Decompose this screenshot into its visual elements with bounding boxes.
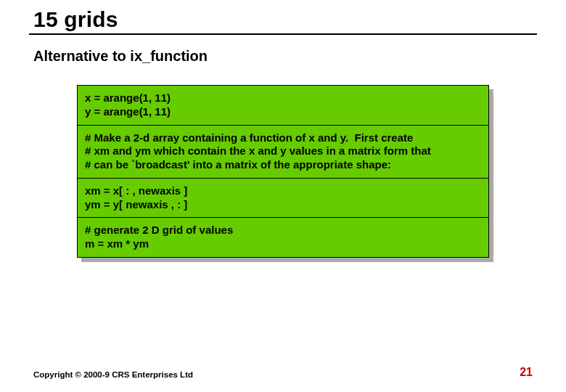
code-line: # can be `broadcast' into a matrix of th…	[85, 158, 481, 172]
footer: Copyright © 2000-9 CRS Enterprises Ltd 2…	[33, 366, 533, 379]
code-section: # generate 2 D grid of values m = xm * y…	[78, 218, 488, 257]
code-line: ym = y[ newaxis , : ]	[85, 198, 481, 212]
page-number: 21	[520, 366, 533, 379]
code-section: xm = x[ : , newaxis ] ym = y[ newaxis , …	[78, 179, 488, 219]
code-line: y = arange(1, 11)	[85, 105, 481, 119]
code-line: xm = x[ : , newaxis ]	[85, 184, 481, 198]
slide-title: 15 grids	[33, 7, 537, 32]
code-section: x = arange(1, 11) y = arange(1, 11)	[78, 86, 488, 126]
slide: 15 grids Alternative to ix_function x = …	[0, 0, 566, 392]
code-line: x = arange(1, 11)	[85, 91, 481, 105]
code-box-body: x = arange(1, 11) y = arange(1, 11) # Ma…	[77, 85, 489, 258]
title-rule	[29, 33, 537, 35]
code-section: # Make a 2-d array containing a function…	[78, 126, 488, 179]
code-line: # Make a 2-d array containing a function…	[85, 131, 481, 145]
code-line: # generate 2 D grid of values	[85, 224, 481, 237]
code-box: x = arange(1, 11) y = arange(1, 11) # Ma…	[77, 85, 489, 258]
code-line: m = xm * ym	[85, 237, 481, 251]
slide-subtitle: Alternative to ix_function	[33, 48, 537, 65]
copyright-text: Copyright © 2000-9 CRS Enterprises Ltd	[33, 370, 193, 379]
code-line: # xm and ym which contain the x and y va…	[85, 144, 481, 158]
